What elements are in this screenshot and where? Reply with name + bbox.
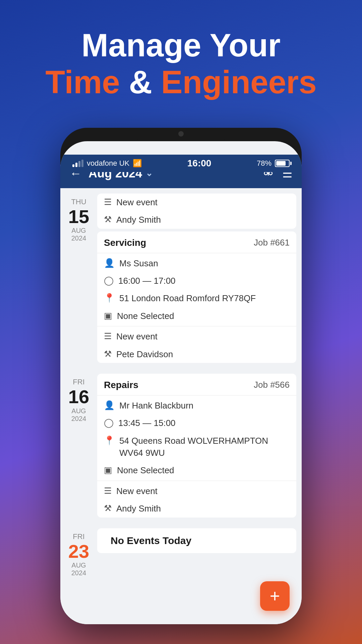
battery-percent: 78%: [257, 159, 272, 168]
detail-person-servicing: 👤 Ms Susan: [97, 255, 296, 272]
detail-time-servicing: ◯ 16:00 — 17:00: [97, 272, 296, 289]
detail-time-repairs: ◯ 13:45 — 15:00: [97, 414, 296, 432]
date-year-thu15: 2024: [71, 234, 86, 242]
detail-newevent-servicing: ☰ New event: [97, 328, 296, 345]
events-col-thu15: ☰ New event ⚒ Andy Smith Servicing Job #…: [97, 194, 302, 363]
newevent-repairs: New event: [116, 485, 158, 497]
events-col-fri23: No Events Today: [97, 528, 302, 577]
day-section-fri23: FRI 23 AUG 2024 No Events Today: [60, 523, 302, 583]
status-left: vodafone UK 📶: [72, 159, 142, 168]
date-year-fri23: 2024: [71, 569, 86, 577]
date-month-fri23: AUG: [71, 561, 86, 569]
address-servicing: 51 London Road Romford RY78QF: [119, 292, 256, 304]
detail-person-repairs: 👤 Mr Hank Blackburn: [97, 397, 296, 414]
job-number-661: Job #661: [254, 237, 290, 248]
divider-4: [97, 481, 296, 481]
event-card-repairs[interactable]: Repairs Job #566 👤 Mr Hank Blackburn ◯ 1…: [97, 374, 296, 518]
day-section-fri16: FRI 16 AUG 2024 Repairs Job #566 👤: [60, 368, 302, 523]
date-dow-fri23: FRI: [73, 532, 84, 541]
date-col-thu15: THU 15 AUG 2024: [60, 194, 97, 363]
battery-container: [275, 160, 290, 167]
clipboard-icon-repairs: ▣: [104, 465, 112, 475]
clock-icon-servicing: ◯: [104, 275, 114, 286]
pin-icon-servicing: 📍: [104, 293, 115, 303]
event-detail-newevent-thu15: ☰ New event: [97, 194, 296, 211]
person-icon-repairs: 👤: [104, 400, 115, 411]
detail-status-servicing: ▣ None Selected: [97, 307, 296, 325]
detail-engineer-servicing: ⚒ Pete Davidson: [97, 345, 296, 363]
document-icon-repairs: ☰: [104, 486, 112, 496]
fab-add-button[interactable]: +: [260, 581, 290, 611]
divider-2: [97, 326, 296, 326]
phone-camera: [178, 131, 184, 137]
phone-notch: [134, 128, 228, 141]
time-servicing: 16:00 — 17:00: [118, 275, 176, 287]
date-day-fri23: 23: [68, 541, 89, 562]
address-repairs: 54 Queens Road WOLVERHAMPTON WV64 9WU: [119, 435, 290, 459]
hero-engineers: Engineers: [161, 64, 316, 100]
date-year-fri16: 2024: [71, 415, 86, 423]
no-events-label: No Events Today: [104, 528, 198, 553]
signal-bar-2: [75, 163, 77, 167]
signal-bars: [72, 160, 83, 167]
document-icon-servicing: ☰: [104, 331, 112, 341]
date-day-thu15: 15: [68, 206, 89, 227]
event-type-repairs: Repairs: [104, 380, 138, 390]
signal-bar-1: [72, 164, 74, 167]
person-name-repairs: Mr Hank Blackburn: [119, 399, 193, 412]
event-card-header-repairs: Repairs Job #566: [97, 374, 296, 394]
hero-section: Manage Your Time & Engineers: [45, 27, 316, 101]
fab-plus-icon: +: [270, 587, 280, 605]
date-col-fri23: FRI 23 AUG 2024: [60, 528, 97, 577]
detail-address-repairs: 📍 54 Queens Road WOLVERHAMPTON WV64 9WU: [97, 432, 296, 462]
divider-1: [97, 253, 296, 253]
status-time: 16:00: [187, 158, 212, 169]
status-repairs: None Selected: [117, 464, 174, 476]
wrench-icon-servicing: ⚒: [104, 349, 112, 359]
date-dow-thu15: THU: [71, 198, 86, 206]
engineer-servicing: Pete Davidson: [116, 348, 173, 360]
hero-line1: Manage Your: [45, 27, 316, 64]
divider-3: [97, 395, 296, 395]
day-section-thu15: THU 15 AUG 2024 ☰ New event ⚒ Andy: [60, 188, 302, 368]
event-detail-engineer-thu15: ⚒ Andy Smith: [97, 211, 296, 228]
signal-bar-3: [78, 161, 80, 167]
status-servicing: None Selected: [117, 310, 174, 322]
hero-separator: &: [129, 64, 161, 100]
time-repairs: 13:45 — 15:00: [118, 417, 176, 429]
date-col-fri16: FRI 16 AUG 2024: [60, 374, 97, 518]
date-month-fri16: AUG: [71, 407, 86, 415]
status-bar: vodafone UK 📶 16:00 78%: [60, 155, 302, 172]
hero-line2: Time & Engineers: [45, 64, 316, 101]
detail-address-servicing: 📍 51 London Road Romford RY78QF: [97, 289, 296, 307]
wifi-icon: 📶: [133, 159, 142, 168]
date-day-fri16: 16: [68, 386, 89, 407]
wrench-icon-thu15: ⚒: [104, 214, 112, 225]
clipboard-icon-servicing: ▣: [104, 311, 112, 321]
date-dow-fri16: FRI: [73, 378, 84, 386]
detail-engineer-repairs: ⚒ Andy Smith: [97, 500, 296, 517]
signal-bar-4: [81, 160, 83, 167]
engineer-name-thu15: Andy Smith: [116, 214, 161, 226]
clock-icon-repairs: ◯: [104, 418, 114, 428]
battery-icon: [275, 160, 290, 167]
detail-newevent-repairs: ☰ New event: [97, 482, 296, 500]
hero-time: Time: [45, 64, 120, 100]
event-card-servicing[interactable]: Servicing Job #661 👤 Ms Susan ◯ 16:00 — …: [97, 231, 296, 363]
event-card-thu15-partial[interactable]: ☰ New event ⚒ Andy Smith: [97, 194, 296, 229]
event-card-header-servicing: Servicing Job #661: [97, 231, 296, 252]
pin-icon-repairs: 📍: [104, 435, 115, 446]
wrench-icon-repairs: ⚒: [104, 503, 112, 514]
scroll-area[interactable]: THU 15 AUG 2024 ☰ New event ⚒ Andy: [60, 188, 302, 624]
event-card-noevents: No Events Today: [97, 528, 296, 553]
date-month-thu15: AUG: [71, 227, 86, 234]
detail-status-repairs: ▣ None Selected: [97, 462, 296, 479]
document-icon: ☰: [104, 197, 112, 207]
event-type-servicing: Servicing: [104, 237, 146, 248]
carrier-text: vodafone UK: [87, 159, 129, 168]
status-right: 78%: [257, 159, 290, 168]
new-event-text-thu15: New event: [116, 196, 158, 208]
events-col-fri16: Repairs Job #566 👤 Mr Hank Blackburn ◯ 1…: [97, 374, 302, 518]
person-name-servicing: Ms Susan: [119, 257, 158, 269]
engineer-repairs: Andy Smith: [116, 502, 161, 515]
